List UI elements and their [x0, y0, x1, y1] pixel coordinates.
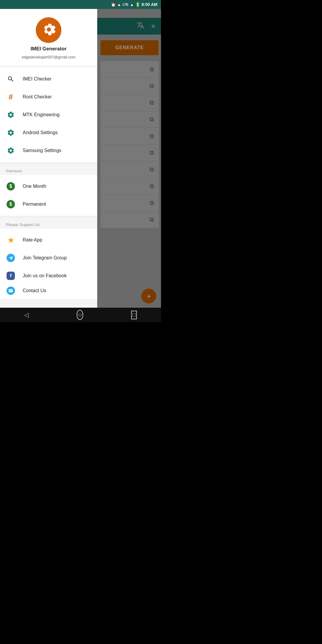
- menu-item-samsung-settings[interactable]: Samsung Settings: [0, 142, 97, 160]
- app-logo-icon: [41, 21, 56, 39]
- drawer-header: IMEI Generator edgedeveloper007@gmail.co…: [0, 9, 97, 65]
- divider-support: [0, 217, 97, 217]
- hashtag-icon: #: [6, 92, 16, 102]
- menu-item-mtk-engineering[interactable]: MTK Engineering: [0, 106, 97, 124]
- one-month-label: One Month: [23, 184, 46, 189]
- divider-premium: [0, 163, 97, 163]
- menu-item-root-checker[interactable]: # Root Checker: [0, 88, 97, 106]
- menu-item-telegram[interactable]: Join Telegram Group: [0, 249, 97, 267]
- root-checker-label: Root Checker: [23, 94, 52, 100]
- signal-icon: ▲: [130, 2, 134, 7]
- status-bar: ⏰ ▲ LTE ▲ 🔋 8:00 AM: [0, 0, 161, 9]
- gear-icon-samsung: [6, 146, 16, 155]
- alarm-icon: ⏰: [111, 2, 116, 7]
- rate-app-label: Rate App: [23, 237, 42, 243]
- app-name-label: IMEI Generator: [31, 46, 67, 52]
- menu-item-one-month[interactable]: $ One Month: [0, 177, 97, 195]
- app-logo-circle: [36, 17, 61, 43]
- menu-item-android-settings[interactable]: Android Settings: [0, 124, 97, 142]
- star-icon: ★: [6, 235, 16, 245]
- dollar-circle-icon-permanent: $: [6, 199, 16, 209]
- wifi-icon: ▲: [117, 2, 121, 7]
- imei-checker-label: IMEI Checker: [23, 76, 52, 82]
- telegram-label: Join Telegram Group: [23, 255, 67, 261]
- contact-icon: [6, 286, 16, 295]
- navigation-drawer: IMEI Generator edgedeveloper007@gmail.co…: [0, 9, 97, 308]
- dollar-circle-icon-onemonth: $: [6, 182, 16, 191]
- facebook-label: Join us on Facebook: [23, 273, 67, 278]
- premium-header: Premium: [0, 165, 97, 175]
- android-settings-label: Android Settings: [23, 130, 58, 135]
- recents-button[interactable]: □: [131, 311, 137, 319]
- facebook-icon: f: [6, 271, 16, 281]
- contact-label: Contact Us: [23, 288, 46, 293]
- navigation-bar: ◁ ○ □: [0, 308, 161, 322]
- status-time: 8:00 AM: [142, 2, 157, 7]
- battery-icon: 🔋: [135, 2, 140, 7]
- drawer-main-menu: IMEI Checker # Root Checker MTK Engineer…: [0, 68, 97, 162]
- menu-item-contact[interactable]: Contact Us: [0, 285, 97, 297]
- telegram-icon: [6, 253, 16, 263]
- samsung-settings-label: Samsung Settings: [23, 148, 61, 153]
- menu-item-facebook[interactable]: f Join us on Facebook: [0, 267, 97, 285]
- menu-item-imei-checker[interactable]: IMEI Checker: [0, 70, 97, 88]
- support-header: Please Support Us: [0, 218, 97, 229]
- lte-icon: LTE: [123, 3, 129, 6]
- app-email-label: edgedeveloper007@gmail.com: [22, 55, 75, 59]
- menu-item-permanent[interactable]: $ Permanent: [0, 195, 97, 213]
- search-icon: [6, 74, 16, 84]
- status-icons: ⏰ ▲ LTE ▲ 🔋 8:00 AM: [111, 2, 157, 7]
- premium-section: Premium $ One Month $ Permanent: [0, 165, 97, 216]
- mtk-engineering-label: MTK Engineering: [23, 112, 60, 117]
- premium-menu: $ One Month $ Permanent: [0, 175, 97, 216]
- menu-item-rate-app[interactable]: ★ Rate App: [0, 231, 97, 249]
- gear-icon-android: [6, 128, 16, 137]
- support-section: Please Support Us ★ Rate App Join Telegr…: [0, 218, 97, 299]
- support-menu: ★ Rate App Join Telegram Group f: [0, 229, 97, 299]
- home-button[interactable]: ○: [77, 310, 83, 320]
- gear-icon-mtk: [6, 110, 16, 120]
- permanent-label: Permanent: [23, 202, 46, 207]
- back-button[interactable]: ◁: [24, 311, 29, 318]
